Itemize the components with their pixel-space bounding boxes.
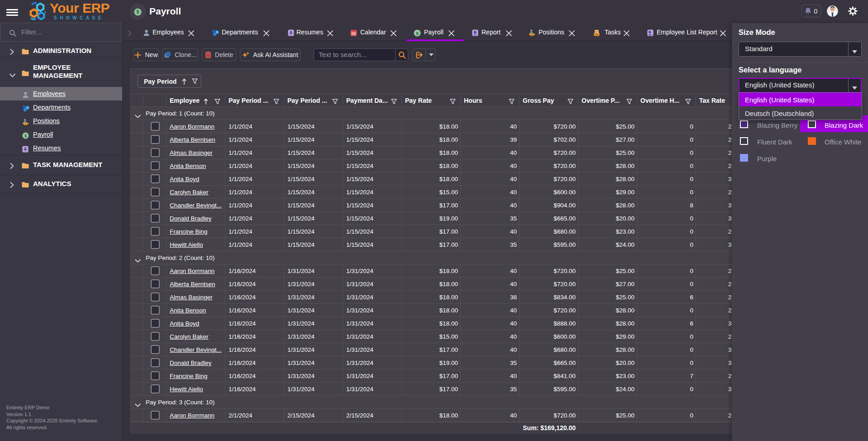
svg-text:$: $: [24, 134, 27, 138]
svg-text:$: $: [137, 10, 139, 15]
svg-text:$: $: [416, 30, 419, 35]
